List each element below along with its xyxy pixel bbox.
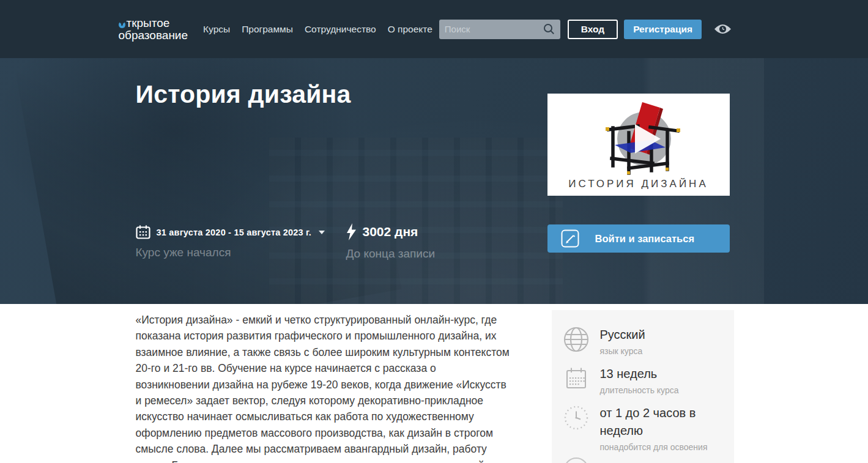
nav-link-programs[interactable]: Программы <box>242 24 293 35</box>
logo-icon <box>119 21 125 28</box>
search-box[interactable] <box>439 20 560 39</box>
clock-icon <box>563 404 590 431</box>
paragraph-line: и ремесел» задает вектор, следуя котором… <box>136 393 526 409</box>
accessibility-eye-icon[interactable] <box>713 23 732 35</box>
chair-illustration <box>547 97 730 178</box>
paragraph-line: искусство начинает осмысливаться как раб… <box>136 409 526 424</box>
calendar-icon <box>136 225 150 239</box>
about-paragraph: «История дизайна» - емкий и четко структ… <box>136 310 526 463</box>
calendar-icon <box>563 365 590 392</box>
paragraph-line: смысле слова. Далее мы рассматриваем ава… <box>136 441 526 457</box>
course-dates-block: 31 августа 2020 - 15 августа 2023 г. Кур… <box>136 225 325 259</box>
partial-fact-icon <box>563 456 590 463</box>
countdown-block: 3002 дня До конца записи <box>346 223 436 261</box>
fact-label: длительность курса <box>600 385 725 396</box>
enroll-button[interactable]: Войти и записаться <box>547 224 730 253</box>
navbar-inner: ткрытое образование Курсы Программы Сотр… <box>119 17 750 42</box>
fact-partial <box>563 456 725 463</box>
fact-value: Русский <box>600 326 725 344</box>
fact-language: Русский язык курса <box>563 326 725 357</box>
paragraph-line: 20-го и 21-го вв. Обучение на курсе начи… <box>136 360 526 376</box>
site-logo[interactable]: ткрытое образование <box>119 17 188 42</box>
chevron-down-icon <box>319 231 325 234</box>
nav-link-courses[interactable]: Курсы <box>203 24 230 35</box>
countdown-value: 3002 дня <box>363 224 418 239</box>
course-thumbnail-caption: ИСТОРИЯ ДИЗАЙНА <box>547 178 730 190</box>
hero-inner: История дизайна 31 августа 2020 - 15 авг… <box>135 58 734 304</box>
paragraph-line: «История дизайна» - емкий и четко структ… <box>136 312 526 328</box>
navbar: ткрытое образование Курсы Программы Сотр… <box>0 0 868 58</box>
search-input[interactable] <box>445 24 543 34</box>
countdown-note: До конца записи <box>346 247 436 261</box>
globe-icon <box>563 326 590 353</box>
page-title: История дизайна <box>136 80 351 109</box>
course-thumbnail[interactable]: ИСТОРИЯ ДИЗАЙНА <box>547 94 730 196</box>
paragraph-line: оформлению предметов массового производс… <box>136 425 526 441</box>
paragraph-line: взаимное влияние, а также связь с более … <box>136 344 526 360</box>
pencil-square-icon <box>561 229 579 248</box>
lightning-icon <box>346 223 357 240</box>
nav-link-about[interactable]: О проекте <box>388 24 432 35</box>
fact-label: понадобится для освоения <box>600 442 725 453</box>
paragraph-line: школы Баухауз, возникновение и развитие … <box>136 457 526 463</box>
dates-dropdown[interactable]: 31 августа 2020 - 15 августа 2023 г. <box>136 225 325 239</box>
enroll-label: Войти и записаться <box>595 233 695 245</box>
dates-range: 31 августа 2020 - 15 августа 2023 г. <box>157 228 312 237</box>
fact-workload: от 1 до 2 часов в неделю понадобится для… <box>563 404 725 453</box>
search-icon[interactable] <box>543 23 555 35</box>
paragraph-line: возникновении дизайна на рубеже 19-20 ве… <box>136 377 526 393</box>
content-area: «История дизайна» - емкий и четко структ… <box>135 304 734 463</box>
dates-note: Курс уже начался <box>136 246 325 259</box>
main-menu: Курсы Программы Сотрудничество О проекте <box>203 24 432 35</box>
logo-line1: ткрытое <box>127 17 170 29</box>
fact-value: 13 недель <box>600 365 725 383</box>
fact-label: язык курса <box>600 346 725 357</box>
logo-line2: образование <box>119 29 188 42</box>
fact-duration: 13 недель длительность курса <box>563 365 725 396</box>
register-button[interactable]: Регистрация <box>624 20 702 39</box>
fact-value: от 1 до 2 часов в неделю <box>600 404 725 440</box>
paragraph-line: показана история развития графического и… <box>136 328 526 344</box>
hero-banner: История дизайна 31 августа 2020 - 15 авг… <box>0 58 868 304</box>
nav-link-cooperation[interactable]: Сотрудничество <box>305 24 376 35</box>
login-button[interactable]: Вход <box>568 20 618 39</box>
course-facts-card: Русский язык курса 13 недель длител <box>552 310 734 463</box>
